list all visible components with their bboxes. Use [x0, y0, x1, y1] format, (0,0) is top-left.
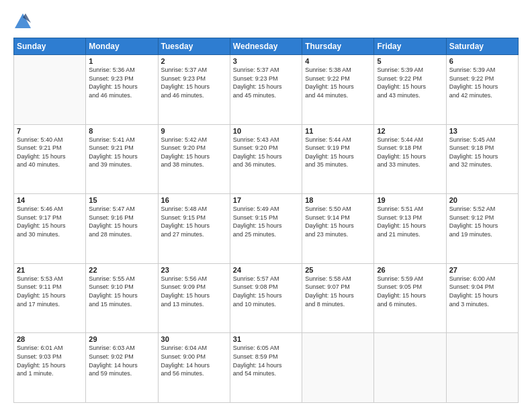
day-info: Sunrise: 5:48 AM Sunset: 9:15 PM Dayligh… [161, 205, 227, 238]
day-info: Sunrise: 5:45 AM Sunset: 9:18 PM Dayligh… [449, 136, 515, 169]
calendar-cell: 21Sunrise: 5:53 AM Sunset: 9:11 PM Dayli… [14, 263, 86, 333]
day-number: 20 [449, 196, 515, 204]
calendar-cell: 24Sunrise: 5:57 AM Sunset: 9:08 PM Dayli… [230, 263, 302, 333]
col-header-thursday: Thursday [302, 38, 374, 55]
day-info: Sunrise: 5:53 AM Sunset: 9:11 PM Dayligh… [17, 275, 83, 308]
calendar-table: SundayMondayTuesdayWednesdayThursdayFrid… [13, 38, 519, 403]
day-number: 11 [305, 127, 371, 135]
calendar-cell: 2Sunrise: 5:37 AM Sunset: 9:23 PM Daylig… [158, 55, 230, 125]
day-number: 3 [233, 57, 299, 65]
col-header-saturday: Saturday [446, 38, 518, 55]
calendar-cell: 19Sunrise: 5:51 AM Sunset: 9:13 PM Dayli… [374, 194, 446, 264]
day-info: Sunrise: 5:56 AM Sunset: 9:09 PM Dayligh… [161, 275, 227, 308]
calendar-cell: 10Sunrise: 5:43 AM Sunset: 9:20 PM Dayli… [230, 124, 302, 194]
calendar-cell: 9Sunrise: 5:42 AM Sunset: 9:20 PM Daylig… [158, 124, 230, 194]
day-info: Sunrise: 5:44 AM Sunset: 9:19 PM Dayligh… [305, 136, 371, 169]
day-number: 10 [233, 127, 299, 135]
day-info: Sunrise: 5:59 AM Sunset: 9:05 PM Dayligh… [377, 275, 443, 308]
day-number: 21 [17, 266, 83, 274]
calendar-week-3: 14Sunrise: 5:46 AM Sunset: 9:17 PM Dayli… [14, 194, 519, 264]
calendar-cell: 7Sunrise: 5:40 AM Sunset: 9:21 PM Daylig… [14, 124, 86, 194]
day-number: 14 [17, 196, 83, 204]
day-number: 9 [161, 127, 227, 135]
calendar-cell: 28Sunrise: 6:01 AM Sunset: 9:03 PM Dayli… [14, 333, 86, 403]
day-number: 13 [449, 127, 515, 135]
day-info: Sunrise: 5:49 AM Sunset: 9:15 PM Dayligh… [233, 205, 299, 238]
col-header-friday: Friday [374, 38, 446, 55]
calendar-week-1: 1Sunrise: 5:36 AM Sunset: 9:23 PM Daylig… [14, 55, 519, 125]
logo [13, 12, 35, 31]
col-header-wednesday: Wednesday [230, 38, 302, 55]
day-number: 26 [377, 266, 443, 274]
day-number: 1 [89, 57, 154, 65]
calendar-cell: 26Sunrise: 5:59 AM Sunset: 9:05 PM Dayli… [374, 263, 446, 333]
calendar-cell: 15Sunrise: 5:47 AM Sunset: 9:16 PM Dayli… [86, 194, 158, 264]
calendar-cell: 6Sunrise: 5:39 AM Sunset: 9:22 PM Daylig… [446, 55, 518, 125]
day-number: 29 [89, 335, 154, 343]
day-info: Sunrise: 5:46 AM Sunset: 9:17 PM Dayligh… [17, 205, 83, 238]
calendar-cell: 16Sunrise: 5:48 AM Sunset: 9:15 PM Dayli… [158, 194, 230, 264]
day-number: 24 [233, 266, 299, 274]
day-info: Sunrise: 5:43 AM Sunset: 9:20 PM Dayligh… [233, 136, 299, 169]
day-number: 12 [377, 127, 443, 135]
day-number: 16 [161, 196, 227, 204]
day-number: 18 [305, 196, 371, 204]
day-info: Sunrise: 5:39 AM Sunset: 9:22 PM Dayligh… [377, 66, 443, 99]
calendar-cell: 30Sunrise: 6:04 AM Sunset: 9:00 PM Dayli… [158, 333, 230, 403]
day-info: Sunrise: 5:50 AM Sunset: 9:14 PM Dayligh… [305, 205, 371, 238]
day-info: Sunrise: 5:37 AM Sunset: 9:23 PM Dayligh… [161, 66, 227, 99]
calendar-cell: 4Sunrise: 5:38 AM Sunset: 9:22 PM Daylig… [302, 55, 374, 125]
day-info: Sunrise: 5:58 AM Sunset: 9:07 PM Dayligh… [305, 275, 371, 308]
calendar-cell: 1Sunrise: 5:36 AM Sunset: 9:23 PM Daylig… [86, 55, 158, 125]
day-number: 31 [233, 335, 299, 343]
calendar-cell [14, 55, 86, 125]
day-info: Sunrise: 6:05 AM Sunset: 8:59 PM Dayligh… [233, 344, 299, 377]
day-number: 8 [89, 127, 154, 135]
day-info: Sunrise: 5:47 AM Sunset: 9:16 PM Dayligh… [89, 205, 154, 238]
calendar-cell [302, 333, 374, 403]
calendar-week-4: 21Sunrise: 5:53 AM Sunset: 9:11 PM Dayli… [14, 263, 519, 333]
calendar-cell: 22Sunrise: 5:55 AM Sunset: 9:10 PM Dayli… [86, 263, 158, 333]
day-info: Sunrise: 5:51 AM Sunset: 9:13 PM Dayligh… [377, 205, 443, 238]
calendar-cell: 27Sunrise: 6:00 AM Sunset: 9:04 PM Dayli… [446, 263, 518, 333]
day-info: Sunrise: 5:40 AM Sunset: 9:21 PM Dayligh… [17, 136, 83, 169]
day-info: Sunrise: 6:03 AM Sunset: 9:02 PM Dayligh… [89, 344, 154, 377]
day-info: Sunrise: 5:52 AM Sunset: 9:12 PM Dayligh… [449, 205, 515, 238]
day-number: 4 [305, 57, 371, 65]
calendar-cell: 8Sunrise: 5:41 AM Sunset: 9:21 PM Daylig… [86, 124, 158, 194]
calendar-cell: 20Sunrise: 5:52 AM Sunset: 9:12 PM Dayli… [446, 194, 518, 264]
day-number: 6 [449, 57, 515, 65]
day-number: 30 [161, 335, 227, 343]
day-number: 28 [17, 335, 83, 343]
calendar-cell [446, 333, 518, 403]
calendar-header-row: SundayMondayTuesdayWednesdayThursdayFrid… [14, 38, 519, 55]
day-number: 27 [449, 266, 515, 274]
day-number: 15 [89, 196, 154, 204]
day-info: Sunrise: 5:38 AM Sunset: 9:22 PM Dayligh… [305, 66, 371, 99]
day-info: Sunrise: 5:42 AM Sunset: 9:20 PM Dayligh… [161, 136, 227, 169]
day-info: Sunrise: 5:44 AM Sunset: 9:18 PM Dayligh… [377, 136, 443, 169]
day-number: 5 [377, 57, 443, 65]
col-header-monday: Monday [86, 38, 158, 55]
calendar-cell: 18Sunrise: 5:50 AM Sunset: 9:14 PM Dayli… [302, 194, 374, 264]
day-number: 22 [89, 266, 154, 274]
calendar-cell: 29Sunrise: 6:03 AM Sunset: 9:02 PM Dayli… [86, 333, 158, 403]
day-info: Sunrise: 5:36 AM Sunset: 9:23 PM Dayligh… [89, 66, 154, 99]
calendar-cell: 17Sunrise: 5:49 AM Sunset: 9:15 PM Dayli… [230, 194, 302, 264]
calendar-cell: 25Sunrise: 5:58 AM Sunset: 9:07 PM Dayli… [302, 263, 374, 333]
day-info: Sunrise: 6:04 AM Sunset: 9:00 PM Dayligh… [161, 344, 227, 377]
day-info: Sunrise: 5:39 AM Sunset: 9:22 PM Dayligh… [449, 66, 515, 99]
page: SundayMondayTuesdayWednesdayThursdayFrid… [0, 0, 532, 411]
col-header-tuesday: Tuesday [158, 38, 230, 55]
calendar-cell [374, 333, 446, 403]
calendar-cell: 3Sunrise: 5:37 AM Sunset: 9:23 PM Daylig… [230, 55, 302, 125]
day-info: Sunrise: 6:01 AM Sunset: 9:03 PM Dayligh… [17, 344, 83, 377]
calendar-cell: 5Sunrise: 5:39 AM Sunset: 9:22 PM Daylig… [374, 55, 446, 125]
day-info: Sunrise: 5:41 AM Sunset: 9:21 PM Dayligh… [89, 136, 154, 169]
day-number: 23 [161, 266, 227, 274]
day-info: Sunrise: 5:55 AM Sunset: 9:10 PM Dayligh… [89, 275, 154, 308]
logo-icon [13, 12, 32, 31]
day-info: Sunrise: 5:57 AM Sunset: 9:08 PM Dayligh… [233, 275, 299, 308]
calendar-cell: 12Sunrise: 5:44 AM Sunset: 9:18 PM Dayli… [374, 124, 446, 194]
day-number: 19 [377, 196, 443, 204]
